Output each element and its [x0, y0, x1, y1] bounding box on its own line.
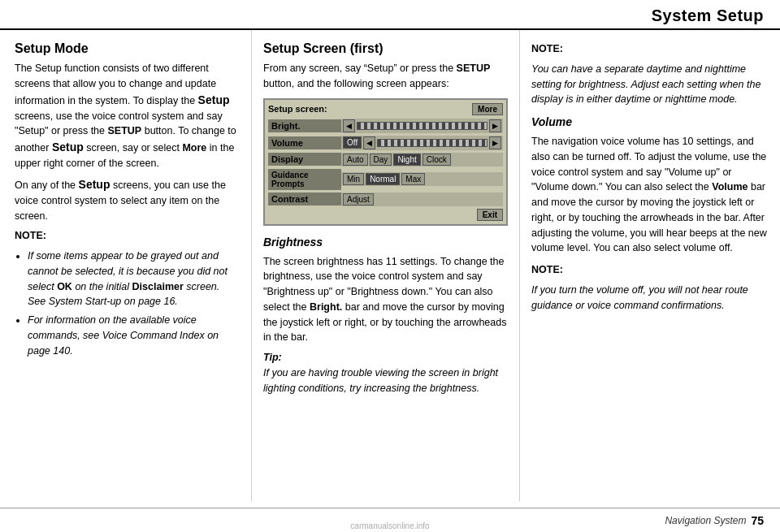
right-column: NOTE: You can have a separate daytime an…	[520, 30, 780, 501]
more-button[interactable]: More	[472, 103, 503, 115]
guidance-content: Min Normal Max	[341, 172, 503, 186]
footer-page: 75	[751, 514, 764, 527]
contrast-row: Contrast Adjust	[268, 192, 503, 206]
guidance-normal-btn[interactable]: Normal	[366, 173, 400, 185]
volume-left-arrow[interactable]: ◀	[363, 136, 375, 149]
bright-label: Bright.	[268, 119, 341, 132]
content-area: Setup Mode The Setup function consists o…	[0, 30, 780, 501]
volume-row: Volume Off ◀ ▶	[268, 136, 503, 150]
guidance-max-btn[interactable]: Max	[401, 173, 425, 185]
display-clock-btn[interactable]: Clock	[422, 154, 451, 166]
display-auto-btn[interactable]: Auto	[343, 154, 368, 166]
middle-column: Setup Screen (first) From any screen, sa…	[252, 30, 520, 501]
guidance-row: Guidance Prompts Min Normal Max	[268, 169, 503, 190]
volume-label: Volume	[268, 136, 341, 149]
right-note2-text: If you turn the volume off, you will not…	[531, 283, 769, 314]
display-day-btn[interactable]: Day	[370, 154, 392, 166]
contrast-adjust-btn[interactable]: Adjust	[343, 193, 374, 205]
right-note1-text: You can have a separate daytime and nigh…	[531, 62, 769, 107]
bright-row: Bright. ◀ ▶	[268, 119, 503, 133]
right-note1-label: NOTE:	[531, 41, 769, 57]
volume-right-arrow[interactable]: ▶	[489, 136, 501, 149]
screen-label: Setup screen:	[268, 104, 327, 114]
tip-text: Tip: If you are having trouble viewing t…	[263, 350, 508, 396]
watermark: carmanualsonline.info	[350, 521, 429, 530]
brightness-text: The screen brightness has 11 settings. T…	[263, 254, 508, 346]
setup-screen-intro: From any screen, say “Setup” or press th…	[263, 61, 508, 92]
setup-screen-mockup: Setup screen: More Bright. ◀ ▶ Volume Of…	[263, 98, 508, 226]
bright-content: ◀ ▶	[341, 119, 503, 133]
footer-label: Navigation System	[665, 515, 746, 526]
volume-off-btn[interactable]: Off	[343, 136, 362, 149]
display-content: Auto Day Night Clock	[341, 153, 503, 167]
bright-left-arrow[interactable]: ◀	[343, 119, 355, 132]
guidance-label: Guidance Prompts	[268, 169, 341, 190]
guidance-min-btn[interactable]: Min	[343, 173, 364, 185]
contrast-label: Contrast	[268, 192, 341, 205]
volume-section-title: Volume	[531, 114, 769, 131]
setup-mode-para1: The Setup function consists of two diffe…	[15, 61, 240, 171]
notes-list: If some items appear to be grayed out an…	[28, 249, 240, 358]
screen-title-row: Setup screen: More	[268, 103, 503, 115]
exit-button[interactable]: Exit	[477, 209, 503, 221]
display-label: Display	[268, 153, 341, 166]
header-title: System Setup	[652, 6, 764, 24]
setup-mode-title: Setup Mode	[15, 41, 240, 56]
bright-slider[interactable]	[357, 122, 488, 130]
setup-screen-title: Setup Screen (first)	[263, 41, 508, 56]
volume-para1: The navigation voice volume has 10 setti…	[531, 134, 769, 256]
setup-mode-para2: On any of the Setup screens, you can use…	[15, 176, 240, 224]
left-column: Setup Mode The Setup function consists o…	[0, 30, 252, 501]
note-bullet-1: If some items appear to be grayed out an…	[28, 249, 240, 309]
note-label: NOTE:	[15, 228, 240, 244]
display-row: Display Auto Day Night Clock	[268, 153, 503, 167]
note-bullet-2: For information on the available voice c…	[28, 313, 240, 358]
volume-content: Off ◀ ▶	[341, 136, 503, 150]
exit-row: Exit	[268, 209, 503, 221]
contrast-content: Adjust	[341, 192, 503, 206]
volume-slider[interactable]	[377, 139, 488, 147]
brightness-title: Brightness	[263, 234, 508, 251]
page-header: System Setup	[0, 0, 780, 30]
display-night-btn[interactable]: Night	[393, 154, 420, 166]
right-note2-label: NOTE:	[531, 262, 769, 278]
bright-right-arrow[interactable]: ▶	[489, 119, 501, 132]
